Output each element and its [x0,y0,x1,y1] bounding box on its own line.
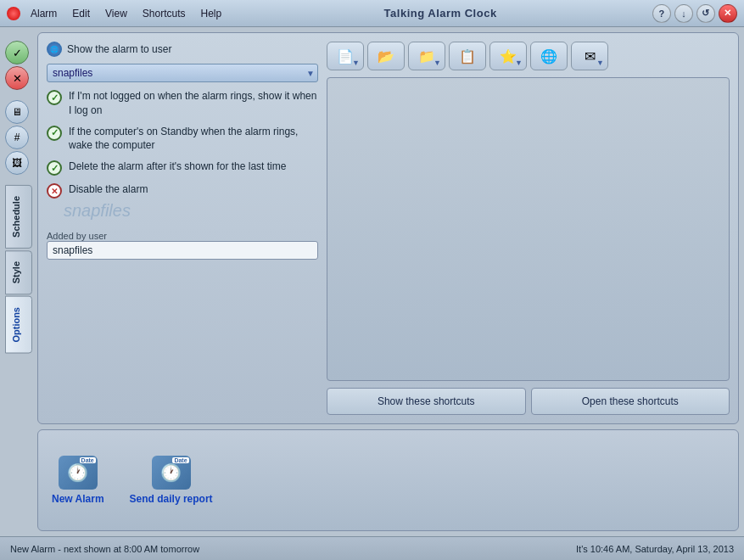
arrow-icon: ▼ [352,59,360,67]
cancel-button[interactable]: ✕ [5,66,29,90]
shortcuts-action-buttons: Show these shortcuts Open these shortcut… [327,388,730,415]
toolbar-mail-button[interactable]: ✉ ▼ [571,42,608,70]
toolbar-open-button[interactable]: 📂 [367,42,405,70]
check-label-log-on: If I'm not logged on when the alarm ring… [69,89,318,118]
status-bar: New Alarm - next shown at 8:00 AM tomorr… [0,536,744,560]
main-container: ✓ ✕ 🖥 # 🖼 Schedule Style Options 🌐 Show … [0,27,744,536]
shortcuts-listbox[interactable] [327,77,730,381]
check-label-delete: Delete the alarm after it's shown for th… [69,160,286,174]
daily-report-icon: 🕐 Date [152,456,191,490]
menu-alarm[interactable]: Alarm [24,6,64,21]
open-shortcuts-button[interactable]: Open these shortcuts [531,388,730,415]
toolbar-star-button[interactable]: ⭐ ▼ [489,42,527,70]
close-button[interactable]: ✕ [719,4,737,23]
show-alarm-label: Show the alarm to user [67,43,171,55]
app-title: Talking Alarm Clock [384,7,497,20]
user-dropdown-container: snapfiles ▼ [47,64,318,82]
check-icon-disable[interactable] [47,183,62,199]
globe-icon: 🌐 [47,42,62,57]
star-icon: ⭐ [500,48,517,64]
added-by-input[interactable] [47,241,318,260]
daily-report-label: Send daily report [130,493,213,505]
status-right: It's 10:46 AM, Saturday, April 13, 2013 [576,544,734,554]
grid-icon-btn[interactable]: # [5,126,29,149]
date-tag-2: Date [172,457,188,463]
check-label-disable: Disable the alarm [69,182,148,197]
report-clock-icon: 🕐 [160,462,182,483]
shortcuts-toolbar: 📄 ▼ 📂 📁 ▼ 📋 ⭐ ▼ [327,42,730,70]
top-panel: 🌐 Show the alarm to user snapfiles ▼ If … [37,32,739,424]
restore-button[interactable]: ↺ [696,4,715,23]
mail-icon: ✉ [585,48,596,64]
open-icon: 📂 [378,48,394,64]
help-button[interactable]: ? [652,4,671,23]
bottom-panel: 🕐 Date New Alarm 🕐 Date Send daily repor… [37,429,739,531]
menu-view[interactable]: View [98,6,134,21]
check-icon-log-on[interactable] [47,90,62,105]
daily-report-item[interactable]: 🕐 Date Send daily report [130,456,213,505]
sidebar-tab-style[interactable]: Style [5,250,32,294]
menu-edit[interactable]: Edit [65,6,97,21]
arrow-icon-2: ▼ [434,59,441,67]
monitor-icon-btn[interactable]: 🖥 [5,100,29,124]
status-left: New Alarm - next shown at 8:00 AM tomorr… [10,544,199,554]
title-buttons: ? ↓ ↺ ✕ [652,4,737,23]
title-bar-left: Alarm Edit View Shortcuts Help [7,6,228,21]
arrow-icon-3: ▼ [515,59,523,67]
toolbar-copy-button[interactable]: 📋 [449,42,486,70]
web-icon: 🌐 [540,48,557,64]
toolbar-save-button[interactable]: 📁 ▼ [408,42,445,70]
app-icon [7,7,20,20]
show-shortcuts-button[interactable]: Show these shortcuts [327,388,526,415]
new-alarm-label: New Alarm [52,493,104,505]
alarm-settings-section: 🌐 Show the alarm to user snapfiles ▼ If … [47,42,318,415]
date-tag: Date [80,457,96,463]
watermark-text: snapfiles [47,201,318,221]
added-by-section: Added by user [47,227,318,260]
new-alarm-icon: 🕐 Date [59,456,98,490]
new-doc-icon: 📄 [337,48,354,64]
check-label-standby: If the computer's on Standby when the al… [69,125,318,154]
checkbox-delete: Delete the alarm after it's shown for th… [47,160,318,176]
menu-help[interactable]: Help [194,6,229,21]
image-icon-btn[interactable]: 🖼 [5,151,29,175]
menu-shortcuts[interactable]: Shortcuts [136,6,193,21]
checkbox-standby: If the computer's on Standby when the al… [47,125,318,154]
checkbox-log-on: If I'm not logged on when the alarm ring… [47,89,318,118]
shortcuts-section: 📄 ▼ 📂 📁 ▼ 📋 ⭐ ▼ [327,42,730,415]
show-alarm-row: 🌐 Show the alarm to user [47,42,318,57]
menu-bar: Alarm Edit View Shortcuts Help [24,6,228,21]
toolbar-web-button[interactable]: 🌐 [530,42,568,70]
check-icon-standby[interactable] [47,126,62,141]
confirm-button[interactable]: ✓ [5,41,29,64]
added-by-label: Added by user [47,231,318,241]
sidebar: ✓ ✕ 🖥 # 🖼 Schedule Style Options [5,32,32,531]
sidebar-tab-options[interactable]: Options [5,296,32,354]
user-dropdown[interactable]: snapfiles [47,64,318,82]
new-alarm-item[interactable]: 🕐 Date New Alarm [52,456,104,505]
toolbar-new-doc-button[interactable]: 📄 ▼ [327,42,364,70]
minimize-button[interactable]: ↓ [674,4,693,23]
sidebar-tab-schedule[interactable]: Schedule [5,185,32,249]
copy-icon: 📋 [459,48,476,64]
checkbox-disable: Disable the alarm [47,182,318,199]
arrow-icon-4: ▼ [596,59,604,67]
check-icon-delete[interactable] [47,160,62,176]
alarm-clock-icon: 🕐 [67,462,88,483]
title-bar: Alarm Edit View Shortcuts Help Talking A… [0,0,744,27]
save-icon: 📁 [418,48,435,64]
content-area: 🌐 Show the alarm to user snapfiles ▼ If … [37,32,739,531]
